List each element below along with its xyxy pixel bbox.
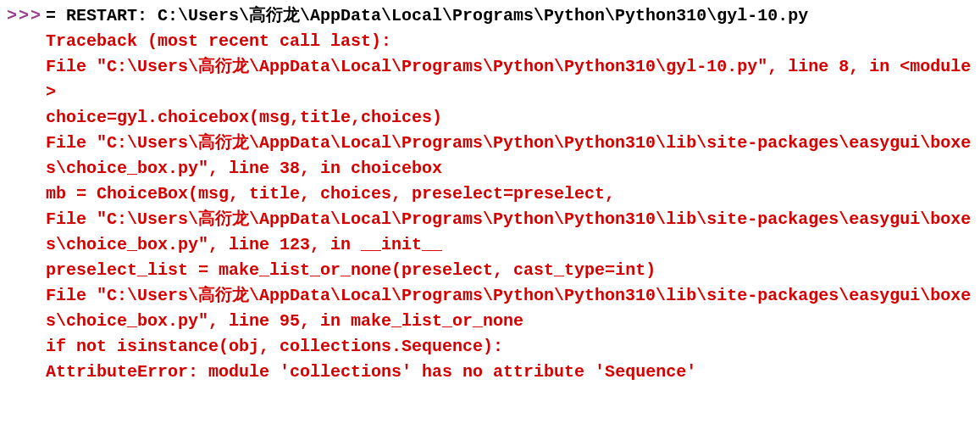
python-prompt: >>>	[7, 3, 46, 29]
traceback-line: mb = ChoiceBox(msg, title, choices, pres…	[46, 181, 973, 207]
traceback-line: Traceback (most recent call last):	[46, 29, 973, 54]
traceback-line: File "C:\Users\高衍龙\AppData\Local\Program…	[46, 283, 973, 334]
traceback-line: AttributeError: module 'collections' has…	[46, 360, 973, 385]
traceback-line: File "C:\Users\高衍龙\AppData\Local\Program…	[46, 207, 973, 258]
console-output: >>> = RESTART: C:\Users\高衍龙\AppData\Loca…	[7, 3, 973, 385]
restart-line: = RESTART: C:\Users\高衍龙\AppData\Local\Pr…	[46, 3, 973, 29]
traceback-line: File "C:\Users\高衍龙\AppData\Local\Program…	[46, 131, 973, 181]
traceback-line: choice=gyl.choicebox(msg,title,choices)	[46, 105, 973, 131]
traceback-line: preselect_list = make_list_or_none(prese…	[46, 258, 973, 283]
output-block: = RESTART: C:\Users\高衍龙\AppData\Local\Pr…	[46, 3, 973, 385]
traceback-line: File "C:\Users\高衍龙\AppData\Local\Program…	[46, 54, 973, 105]
traceback-line: if not isinstance(obj, collections.Seque…	[46, 334, 973, 360]
